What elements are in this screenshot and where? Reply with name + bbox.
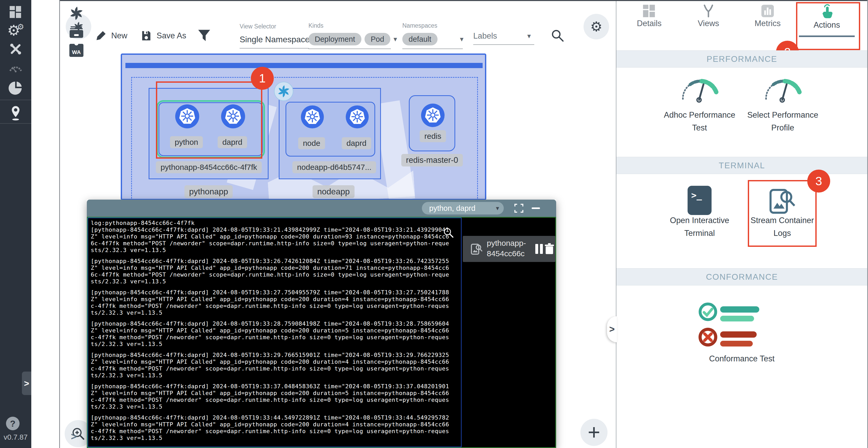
new-label: New [111,31,127,40]
container-redis[interactable] [421,103,444,127]
log-line: [pythonapp-8454cc66c-4f7fk:daprd] 2024-0… [91,321,459,327]
chevron-down-icon: ▾ [527,32,531,40]
add-button[interactable] [580,419,608,446]
sidebar-expand-handle[interactable]: > [22,371,31,395]
sidebar-item-tools[interactable] [6,40,25,58]
settings-button[interactable]: ⚙ [584,14,609,39]
dapr-sidecar-badge [274,82,293,101]
conformance-test-button[interactable] [688,300,774,351]
new-view-button[interactable]: New [95,30,127,41]
select-performance-profile-button[interactable] [761,77,805,103]
terminal-header[interactable]: python, daprd ▾ [87,200,556,217]
kubernetes-icon [346,106,369,128]
help-button[interactable]: ? [6,417,20,430]
labels-underline [473,44,534,45]
container-select-value: python, daprd [429,204,475,213]
rail-item-webassembly[interactable]: WA [68,42,85,58]
sidebar-item-reports[interactable] [6,78,25,97]
container-daprd[interactable] [346,106,369,128]
view-selector-underline [240,48,309,49]
tab-details[interactable]: Details [624,4,674,38]
panel-collapse-handle[interactable]: > [607,316,617,342]
annotation-rect-1 [156,81,262,159]
terminal-window[interactable]: python, daprd ▾ log:pythonapp-8454cc66c-… [87,200,556,448]
section-title: TERMINAL [719,161,765,170]
namespaces-select[interactable]: Namespaces default ▾ [402,22,464,49]
pause-icon [540,244,543,254]
pie-chart-icon [9,81,23,95]
tab-metrics[interactable]: Metrics [743,4,793,38]
labels-select[interactable]: Labels ▾ [473,31,534,45]
terminal-body: log:pythonapp-8454cc66c-4f7fk[pythonapp-… [87,217,556,448]
terminal-minimize-button[interactable] [532,207,540,209]
adhoc-performance-test-button[interactable] [677,77,722,103]
pod-redis[interactable]: redis [409,95,455,151]
gear-icon: ⚙ [590,19,602,34]
chevron-right-icon: > [71,431,76,442]
select-performance-profile-label-line1: Select Performance [747,109,818,121]
log-lines: log:pythonapp-8454cc66c-4f7fk[pythonapp-… [91,220,459,442]
view-selector-value: Single Namespace [240,35,310,44]
kubernetes-icon [421,103,444,127]
log-line: c-4f7fk method="POST /neworder" scope=da… [91,397,459,404]
log-line: Z" level=info msg="HTTP API Called" app_… [91,265,459,271]
terminal-prompt-icon: >_ [691,190,702,200]
archive-box-icon [69,26,84,38]
sidebar-divider [0,100,31,100]
save-as-button[interactable]: Save As [141,30,186,41]
stream-logs-icon [470,243,483,256]
log-stream-card[interactable]: pythonapp- 8454cc66c [463,236,555,262]
rail-expand-handle[interactable]: > [71,431,76,442]
log-stream-sidebar: pythonapp- 8454cc66c [462,218,555,447]
terminal-fullscreen-button[interactable] [514,203,524,214]
gauge-icon [677,77,722,103]
tab-views[interactable]: Views [684,4,733,38]
pause-stream-button[interactable] [535,244,543,254]
kinds-label: Kinds [308,22,397,29]
filter-button[interactable] [198,29,211,43]
log-line: [pythonapp-8454cc66c-4f7fk:daprd] 2024-0… [91,289,459,296]
deployment-label: nodeapp [313,185,354,198]
sidebar-item-performance[interactable] [6,58,25,77]
chevron-right-icon: > [24,378,29,389]
log-line: ts/2.32.3 ver=1.13.5 [91,404,459,410]
sidebar-item-dashboard[interactable] [6,3,25,21]
labels-value: Labels [473,31,497,41]
log-line: sts/2.32.3 ver=1.13.5 [91,247,459,253]
pod-label: nodeapp-d64b5747... [292,161,376,173]
section-title: CONFORMANCE [706,272,778,282]
sidebar-item-settings[interactable]: ⚙ ⚙ [6,21,25,40]
pod-label: redis-master-0 [401,154,463,167]
log-line: 6c-4f7fk method="POST /neworder" scope=d… [91,240,459,247]
namespace-chip-default[interactable]: default [402,33,437,46]
log-line: [pythonapp-8454cc66c-4f7fk:daprd] 2024-0… [91,414,459,421]
log-line: Z" level=info msg="HTTP API Called" app_… [91,421,459,428]
log-line: ts/2.32.3 ver=1.13.5 [91,309,459,316]
adhoc-performance-test-label-line1: Adhoc Performance [664,109,735,121]
deployment-group-nodeapp[interactable]: node daprd nodeapp-d64b5747... [279,88,381,179]
kind-chip-pod[interactable]: Pod [365,33,391,46]
container-node[interactable] [301,106,324,128]
question-mark-icon: ? [10,419,16,429]
log-line: Z" level=info msg="HTTP API Called" app_… [91,296,459,303]
container-select-dropdown[interactable]: python, daprd ▾ [422,202,504,214]
annotation-badge-1: 1 [251,67,274,90]
log-pane[interactable]: log:pythonapp-8454cc66c-4f7fk[pythonapp-… [88,218,462,447]
log-line [91,410,459,414]
dashboard-grid-icon [9,5,22,19]
plus-icon [588,426,600,439]
views-branch-icon [702,4,715,18]
open-interactive-terminal-button[interactable]: >_ [688,186,712,215]
kind-chip-deployment[interactable]: Deployment [308,33,361,46]
section-header-performance: PERFORMANCE [616,50,867,67]
sidebar-item-locations[interactable] [6,104,25,123]
log-line: ts/2.32.3 ver=1.13.5 [91,372,459,379]
small-gear-icon: ⚙ [17,22,24,31]
rail-item-archive[interactable] [68,24,85,40]
rail-item-dapr[interactable] [68,5,85,21]
filter-funnel-icon [198,29,211,42]
details-grid-icon [643,4,656,18]
kinds-select[interactable]: Kinds Deployment Pod ▾ [308,22,397,49]
delete-stream-button[interactable] [544,243,555,256]
search-button[interactable] [551,29,564,43]
